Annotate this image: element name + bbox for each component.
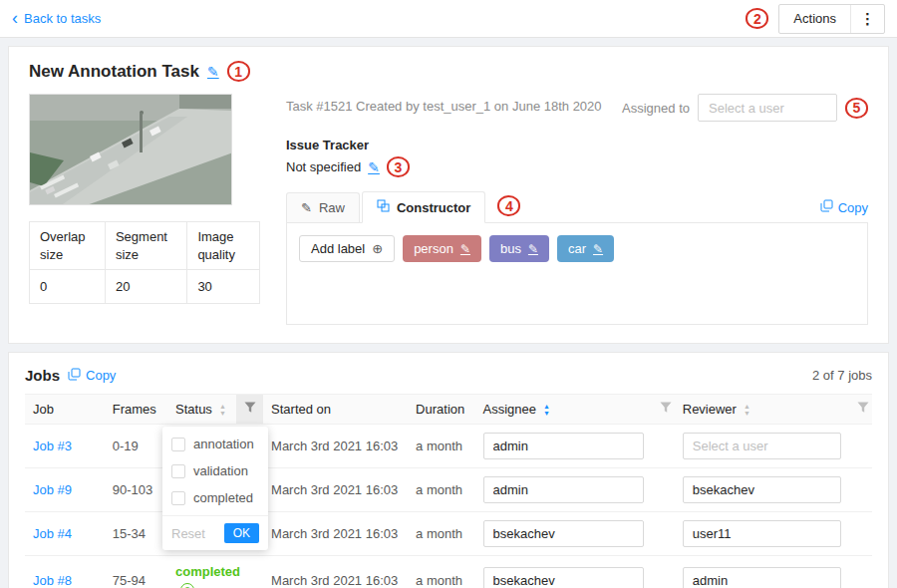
param-value-quality: 30 [187, 270, 260, 304]
frames-cell: 15-34 [105, 512, 167, 556]
job-4-assignee-select[interactable] [483, 520, 645, 547]
column-header-reviewer[interactable]: Reviewer ▲▼ [675, 395, 850, 425]
column-header-frames: Frames [105, 395, 167, 425]
jobs-table: Job Frames Status ▲▼ [25, 394, 872, 588]
task-details-card: New Annotation Task ✎ 1 [8, 46, 889, 344]
edit-label-icon[interactable]: ✎ [593, 242, 603, 256]
job-9-assignee-select[interactable] [483, 476, 645, 503]
sort-icon-active[interactable]: ▲▼ [543, 403, 550, 417]
job-4-link[interactable]: Job #4 [33, 526, 72, 541]
page-title: New Annotation Task [29, 62, 199, 82]
edit-title-icon[interactable]: ✎ [207, 64, 219, 80]
status-filter-icon[interactable] [236, 395, 263, 425]
task-preview-image [29, 94, 232, 205]
label-chip-car-name: car [568, 241, 586, 256]
column-header-duration: Duration [408, 395, 474, 425]
status-cell: completed? [167, 556, 236, 588]
jobs-count: 2 of 7 jobs [812, 368, 872, 383]
job-row-8: Job #8 75-94 completed? March 3rd 2021 1… [25, 556, 872, 588]
copy-jobs-link[interactable]: Copy [68, 368, 116, 384]
add-label-label: Add label [311, 241, 365, 256]
job-row-9: Job #9 90-103 March 3rd 2021 16:03 a mon… [25, 468, 872, 512]
started-cell: March 3rd 2021 16:03 [263, 556, 408, 588]
param-value-segment: 20 [105, 270, 186, 304]
frames-cell: 75-94 [105, 556, 167, 588]
edit-issue-tracker-icon[interactable]: ✎ [368, 159, 380, 175]
job-8-assignee-select[interactable] [483, 567, 645, 588]
reviewer-filter-icon[interactable] [849, 395, 872, 425]
checkbox-unchecked[interactable] [171, 438, 185, 451]
edit-label-icon[interactable]: ✎ [528, 242, 538, 256]
param-header-overlap: Overlap size [30, 222, 106, 270]
job-row-4: Job #4 15-34 March 3rd 2021 16:03 a mont… [25, 512, 872, 556]
back-to-tasks-link[interactable]: ‹ Back to tasks [12, 11, 101, 27]
job-8-reviewer-select[interactable] [683, 567, 842, 588]
tab-constructor[interactable]: Constructor [362, 191, 485, 223]
chevron-left-icon: ‹ [12, 9, 18, 27]
column-header-job: Job [25, 395, 105, 425]
column-header-assignee[interactable]: Assignee ▲▼ [475, 395, 653, 425]
label-chip-car[interactable]: car ✎ [557, 235, 614, 262]
job-3-reviewer-select[interactable] [683, 433, 842, 459]
label-chip-person[interactable]: person ✎ [403, 235, 481, 262]
sort-icon[interactable]: ▲▼ [219, 403, 226, 417]
jobs-card: Jobs Copy 2 of 7 jobs Job Fram [8, 352, 889, 588]
tab-raw-label: Raw [319, 200, 345, 215]
topbar: ‹ Back to tasks 2 Actions ⋮ [0, 0, 897, 38]
task-assignee-select[interactable] [698, 94, 837, 122]
pencil-icon: ✎ [301, 200, 312, 215]
filter-option-completed[interactable]: completed [162, 484, 268, 511]
tab-raw[interactable]: ✎ Raw [286, 192, 360, 222]
plus-circle-icon: ⊕ [372, 241, 383, 256]
assignee-header-label: Assignee [483, 402, 536, 417]
job-3-assignee-select[interactable] [483, 433, 645, 459]
jobs-table-header-row: Job Frames Status ▲▼ [25, 395, 872, 425]
block-icon [377, 199, 390, 215]
assignee-filter-icon[interactable] [652, 395, 674, 425]
filter-option-label: annotation [193, 437, 254, 451]
job-9-link[interactable]: Job #9 [33, 482, 72, 497]
cvat-task-page: ‹ Back to tasks 2 Actions ⋮ New Annotati… [0, 0, 897, 588]
job-8-link[interactable]: Job #8 [33, 573, 72, 588]
param-value-overlap: 0 [30, 270, 106, 304]
copy-jobs-label: Copy [86, 368, 116, 383]
duration-cell: a month [408, 425, 474, 468]
actions-button[interactable]: Actions ⋮ [778, 4, 885, 34]
task-meta: Task #1521 Created by test_user_1 on Jun… [286, 94, 622, 114]
started-cell: March 3rd 2021 16:03 [263, 468, 408, 512]
label-chip-bus-name: bus [500, 241, 521, 256]
filter-option-label: completed [193, 490, 253, 505]
filter-option-annotation[interactable]: annotation [162, 431, 268, 457]
filter-reset-button[interactable]: Reset [171, 526, 205, 541]
issue-tracker-value: Not specified [286, 159, 361, 174]
status-header-label: Status [175, 402, 212, 417]
label-chip-bus[interactable]: bus ✎ [489, 235, 549, 262]
frames-cell: 0-19 [105, 425, 167, 468]
duration-cell: a month [408, 468, 474, 512]
issue-tracker-label: Issue Tracker [286, 138, 868, 152]
started-cell: March 3rd 2021 16:03 [263, 425, 408, 468]
status-filter-dropdown: annotation validation completed Reset OK [162, 427, 268, 550]
filter-option-validation[interactable]: validation [162, 457, 268, 484]
status-completed-label: completed [175, 564, 240, 579]
copy-labels-label: Copy [838, 200, 868, 215]
edit-label-icon[interactable]: ✎ [460, 242, 470, 256]
started-cell: March 3rd 2021 16:03 [263, 512, 408, 556]
help-circle-icon[interactable]: ? [180, 583, 194, 588]
add-label-button[interactable]: Add label ⊕ [299, 235, 395, 262]
checkbox-unchecked[interactable] [171, 491, 185, 505]
job-row-3: Job #3 0-19 March 3rd 2021 16:03 a month [25, 425, 872, 468]
column-header-status[interactable]: Status ▲▼ [167, 395, 236, 425]
reviewer-header-label: Reviewer [683, 402, 737, 417]
checkbox-unchecked[interactable] [171, 464, 185, 478]
sort-icon[interactable]: ▲▼ [744, 403, 750, 417]
job-3-link[interactable]: Job #3 [33, 439, 72, 453]
copy-labels-link[interactable]: Copy [820, 199, 868, 215]
param-header-quality: Image quality [187, 222, 260, 270]
duration-cell: a month [408, 512, 474, 556]
more-vertical-icon[interactable]: ⋮ [851, 10, 884, 28]
filter-ok-button[interactable]: OK [224, 523, 259, 543]
annotation-circle-3: 3 [387, 156, 410, 177]
job-4-reviewer-select[interactable] [683, 520, 842, 547]
job-9-reviewer-select[interactable] [683, 476, 842, 503]
